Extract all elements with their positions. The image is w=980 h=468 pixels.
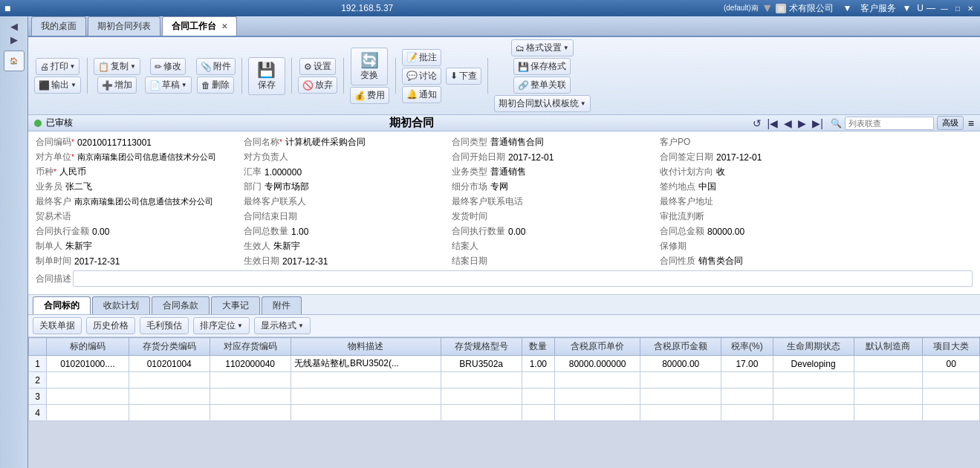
settings-button[interactable]: ⚙ 设置: [299, 58, 336, 75]
desc-input[interactable]: [73, 270, 973, 287]
copy-button[interactable]: 📋 复制 ▼: [94, 58, 140, 75]
draft-icon: 📄: [149, 80, 160, 91]
gross-margin-button[interactable]: 毛利预估: [140, 317, 189, 334]
tab-desktop[interactable]: 我的桌面: [31, 16, 86, 36]
nav-forward[interactable]: ▶: [10, 34, 18, 45]
related-items-button[interactable]: 关联单据: [33, 317, 82, 334]
department-value: 专网市场部: [262, 181, 312, 193]
approval-label: 审批流判断: [660, 210, 704, 223]
title-bar: ■ 192.168.5.37 (default)南 ▼ ⊞ 术有限公司 ▼ 客户…: [0, 0, 980, 16]
desc-row: 合同描述: [36, 270, 973, 287]
exec-qty-label: 合同执行数量: [452, 225, 505, 238]
draft-button[interactable]: 📄 草稿 ▼: [145, 77, 192, 94]
bottom-tab-attachments[interactable]: 附件: [262, 296, 302, 314]
party-label: 对方单位: [36, 151, 71, 163]
bottom-tab-events[interactable]: 大事记: [211, 296, 260, 314]
table-row: 3: [29, 389, 980, 405]
col-category-code: 存货分类编码: [129, 338, 210, 356]
attach-button[interactable]: 📎 附件: [196, 58, 236, 75]
display-format-button[interactable]: 显示格式 ▼: [254, 317, 311, 334]
bottom-tab-targets[interactable]: 合同标的: [33, 296, 91, 314]
start-date-value: 2017-12-01: [505, 152, 556, 163]
cell-spec-1: BRU3502a: [441, 356, 522, 372]
discuss-button[interactable]: 💬 讨论: [402, 68, 441, 85]
payment-direction-value: 收: [713, 166, 728, 178]
sort-locate-button[interactable]: 排序定位 ▼: [193, 317, 250, 334]
col-amount: 含税原币金额: [640, 338, 721, 356]
table-body: 1 010201000.... 010201004 1102000040 无线基…: [29, 356, 980, 421]
nav-last-btn[interactable]: ▶|: [811, 117, 825, 129]
sep6: [487, 58, 488, 94]
menu-icon[interactable]: ≡: [968, 117, 974, 129]
col-rownum: [29, 338, 47, 356]
app-icon: ■: [4, 2, 10, 14]
bottom-tab-terms[interactable]: 合同条款: [152, 296, 210, 314]
sign-location-value: 中国: [695, 181, 719, 193]
notice-button[interactable]: 🔔 通知: [402, 86, 441, 103]
win-close-btn[interactable]: ✕: [965, 4, 976, 13]
salesperson-value: 张二飞: [62, 181, 95, 193]
cell-qty-1: 1.00: [522, 356, 554, 372]
tab-close-icon[interactable]: ✕: [221, 22, 227, 30]
total-qty-label: 合同总数量: [244, 225, 288, 238]
final-customer-value: 南京南瑞集团公司信息通信技术分公司: [71, 196, 216, 207]
win-max-btn[interactable]: □: [953, 4, 962, 13]
effective-by-label: 生效人: [244, 240, 270, 253]
save-button[interactable]: 💾 保存: [248, 57, 285, 95]
col-code: 标的编码: [47, 338, 129, 356]
bottom-tab-payment[interactable]: 收款计划: [92, 296, 150, 314]
download-button[interactable]: ⬇ 下查: [446, 68, 481, 85]
delete-button[interactable]: 🗑 删除: [197, 77, 234, 94]
print-button[interactable]: 🖨 打印 ▼: [36, 58, 80, 75]
format-group: 🗂 格式设置 ▼ 💾 保存格式 🔗 整单关联 期初合同默认模板统 ▼: [494, 39, 591, 112]
expense-button[interactable]: 💰 费用: [350, 87, 389, 104]
nav-prev-btn[interactable]: ◀: [782, 117, 794, 129]
desc-label: 合同描述: [36, 273, 73, 285]
form-row-7: 合同执行金额 0.00 合同总数量 1.00 合同执行数量 0.00 合同总金额…: [36, 225, 973, 238]
batch-button[interactable]: 📝 批注: [402, 49, 441, 66]
nav-next-btn[interactable]: ▶: [796, 117, 808, 129]
business-type-value: 普通销售: [487, 166, 529, 178]
edit-button[interactable]: ✏ 修改: [150, 58, 186, 75]
nav-back[interactable]: ◀: [10, 21, 18, 32]
output-button[interactable]: ⬛ 输出 ▼: [34, 77, 81, 94]
save-group: 💾 保存: [248, 57, 285, 95]
form-row-4: 业务员 张二飞 部门 专网市场部 细分市场 专网 签约地点 中国: [36, 181, 973, 193]
attach-group: 📎 附件 🗑 删除: [196, 58, 236, 94]
refresh-btn[interactable]: ↺: [751, 117, 763, 129]
delivery-time-label: 发货时间: [452, 210, 487, 223]
win-min-btn[interactable]: —: [938, 4, 950, 13]
salesperson-label: 业务员: [36, 181, 62, 193]
transform-button[interactable]: 🔄 变换: [351, 48, 388, 85]
expense-icon: 💰: [354, 91, 366, 101]
output-icon: ⬛: [39, 80, 50, 91]
related-icon: 🔗: [518, 80, 529, 91]
discuss-icon: 💬: [406, 71, 418, 81]
tab-contract-workspace[interactable]: 合同工作台 ✕: [162, 16, 237, 36]
related-button[interactable]: 🔗 整单关联: [513, 77, 571, 94]
add-button[interactable]: ➕ 增加: [97, 77, 137, 94]
attach-icon: 📎: [201, 62, 212, 72]
create-time-value: 2017-12-31: [71, 256, 123, 267]
business-type-label: 业务类型: [452, 166, 487, 178]
search-input[interactable]: [845, 117, 934, 130]
col-inventory-code: 对应存货编码: [210, 338, 291, 356]
table-row: 1 010201000.... 010201004 1102000040 无线基…: [29, 356, 980, 372]
creator-label: 制单人: [36, 240, 62, 253]
notice-icon: 🔔: [406, 89, 418, 100]
tab-contract-list[interactable]: 期初合同列表: [88, 16, 160, 36]
form-row-5: 最终客户 南京南瑞集团公司信息通信技术分公司 最终客户联系人 最终客户联系电话 …: [36, 195, 973, 208]
contract-nature-label: 合同性质: [660, 255, 695, 267]
format-settings-button[interactable]: 🗂 格式设置 ▼: [511, 39, 574, 56]
payment-direction-label: 收付计划方向: [660, 166, 713, 178]
abandon-button[interactable]: 🚫 放弃: [298, 77, 337, 94]
advanced-search-button[interactable]: 高级: [937, 116, 964, 130]
status-indicator: [34, 120, 42, 127]
col-unit-price: 含税原币单价: [554, 338, 640, 356]
default-template-button[interactable]: 期初合同默认模板统 ▼: [494, 95, 591, 112]
nav-first-btn[interactable]: |◀: [766, 117, 780, 129]
history-price-button[interactable]: 历史价格: [86, 317, 135, 334]
save-format-button[interactable]: 💾 保存格式: [513, 58, 571, 75]
form-area: 合同编码 020100117113001 合同名称 * 计算机硬件采购合同 合同…: [28, 131, 980, 295]
sidebar-home[interactable]: 🏠: [4, 51, 25, 71]
